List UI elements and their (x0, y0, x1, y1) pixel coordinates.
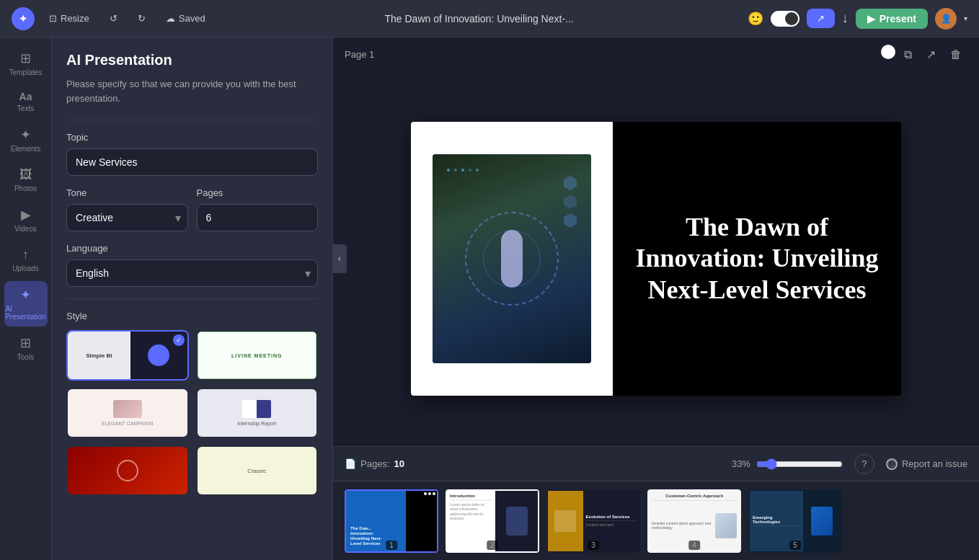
help-button[interactable]: ? (854, 454, 874, 474)
elements-icon: ✦ (20, 127, 31, 143)
pages-label: Pages: (360, 458, 389, 469)
language-select[interactable]: English Spanish French German (66, 259, 318, 287)
videos-label: Videos (14, 225, 36, 233)
redo-icon: ↻ (138, 13, 146, 24)
ai-icon: ✦ (20, 287, 31, 303)
delete-page-button[interactable]: 🗑 (944, 45, 967, 64)
slide-photo (433, 154, 591, 363)
tone-select-wrapper: Creative Professional Casual Formal (66, 204, 188, 231)
style-card-5[interactable] (66, 445, 189, 496)
tools-icon: ⊞ (20, 335, 31, 351)
duplicate-page-button[interactable]: ⧉ (898, 45, 918, 64)
thumbnail-2[interactable]: Introduction Lorem ipsum dolor sit amet … (446, 489, 539, 553)
sidebar-item-tools[interactable]: ⊞ Tools (4, 329, 48, 367)
color-swatch[interactable] (881, 45, 895, 59)
language-label: Language (66, 243, 318, 254)
slide-preview: The Dawn of Innovation: Unveiling Next-L… (411, 122, 901, 396)
share-icon: ↗ (817, 13, 825, 24)
resize-icon: ⊡ (49, 13, 57, 24)
thumbnail-5[interactable]: Emerging Technologies 5 (748, 489, 842, 553)
topic-input[interactable] (66, 148, 318, 176)
photos-label: Photos (14, 185, 37, 192)
topbar-actions: 🙂 ↗ ↓ ▶ Present 👤 ▾ (748, 8, 967, 30)
thumb-3-num: 3 (588, 541, 599, 550)
canvas-section: Page 1 ⧉ ↗ 🗑 ‹ (333, 37, 979, 560)
thumb-1-menu[interactable] (424, 492, 435, 495)
canvas-area: Page 1 ⧉ ↗ 🗑 ‹ (333, 37, 979, 446)
export-page-button[interactable]: ↗ (921, 45, 942, 64)
style-card-livine-meeting[interactable]: LIVINE MEETING (196, 330, 319, 381)
style-label: Style (66, 311, 318, 321)
document-title: The Dawn of Innovation: Unveiling Next-.… (220, 13, 739, 25)
thumb-5-num: 5 (789, 541, 801, 550)
tone-pages-row: Tone Creative Professional Casual Formal… (66, 187, 318, 231)
tone-select[interactable]: Creative Professional Casual Formal (66, 204, 188, 231)
divider-2 (66, 298, 318, 299)
icon-nav: ⊞ Templates Aa Texts ✦ Elements 🖼 Photos… (0, 37, 52, 560)
user-avatar[interactable]: 👤 (935, 8, 957, 30)
tone-col: Tone Creative Professional Casual Formal (66, 187, 188, 231)
page-icon: 📄 (345, 458, 356, 469)
zoom-slider[interactable] (756, 458, 843, 470)
present-icon: ▶ (867, 13, 875, 25)
thumb-4-num: 4 (688, 541, 700, 550)
saved-button[interactable]: ☁ Saved (160, 10, 211, 27)
thumbnail-1[interactable]: The Daw...Innovation:Unveiling Next-Leve… (345, 489, 438, 553)
present-button[interactable]: ▶ Present (856, 9, 928, 29)
style-card-internship-report[interactable]: Internship Report (196, 388, 319, 438)
saved-label: Saved (179, 13, 205, 24)
collapse-panel-button[interactable]: ‹ (333, 244, 347, 273)
selected-check-icon: ✓ (173, 334, 185, 346)
style-card-simple-bl[interactable]: Simple Bl ✓ (66, 330, 189, 381)
avatar-chevron-icon: ▾ (964, 14, 967, 22)
slide-title: The Dawn of Innovation: Unveiling Next-L… (634, 212, 880, 306)
present-label: Present (880, 13, 916, 25)
redo-button[interactable]: ↻ (132, 10, 151, 27)
texts-label: Texts (17, 105, 34, 112)
zoom-controls: 33% (732, 458, 843, 470)
thumbnail-4[interactable]: Customer-Centric Approach Detailed conte… (647, 489, 741, 553)
pages-input[interactable] (197, 204, 319, 231)
share-button[interactable]: ↗ (807, 9, 835, 28)
canvas-header: Page 1 ⧉ ↗ 🗑 (333, 37, 979, 71)
photos-icon: 🖼 (19, 167, 32, 182)
report-button[interactable]: ⓘ Report an issue (886, 458, 967, 470)
sidebar-item-photos[interactable]: 🖼 Photos (4, 161, 48, 198)
ai-label: AI Presentation (5, 305, 45, 321)
style-card-6[interactable]: Classic (196, 445, 319, 496)
emoji-button[interactable]: 🙂 (748, 11, 763, 27)
sidebar-item-ai[interactable]: ✦ AI Presentation (4, 281, 48, 326)
zoom-percent: 33% (732, 458, 750, 469)
sidebar-item-texts[interactable]: Aa Texts (4, 85, 48, 118)
style-card-elegant-campaign[interactable]: ELEGANT CAMPAIGN (66, 388, 189, 438)
pages-col: Pages (197, 187, 319, 231)
report-label: Report an issue (902, 458, 967, 469)
tools-label: Tools (17, 353, 34, 361)
thumb-2-num: 2 (487, 541, 498, 550)
canvas-controls: ⧉ ↗ 🗑 (881, 45, 967, 64)
thumbnail-3[interactable]: Evolution of Services Content text here … (546, 489, 640, 553)
report-icon: ⓘ (886, 458, 898, 470)
ai-panel: AI Presentation Please specify so that w… (52, 37, 333, 560)
photo-overlay (433, 154, 591, 363)
slide-right-panel: The Dawn of Innovation: Unveiling Next-L… (613, 122, 901, 396)
theme-toggle[interactable] (771, 11, 799, 27)
templates-icon: ⊞ (20, 50, 31, 66)
thumbnail-strip: The Daw...Innovation:Unveiling Next-Leve… (333, 481, 979, 560)
panel-title: AI Presentation (66, 52, 318, 68)
tone-label: Tone (66, 187, 188, 198)
undo-icon: ↺ (110, 13, 118, 24)
sidebar-item-uploads[interactable]: ↑ Uploads (4, 241, 48, 278)
undo-button[interactable]: ↺ (104, 10, 123, 27)
language-select-wrapper: English Spanish French German (66, 259, 318, 287)
uploads-label: Uploads (12, 265, 39, 272)
page-label: Page 1 (345, 49, 374, 60)
slide-left-panel (411, 122, 613, 396)
sidebar-item-videos[interactable]: ▶ Videos (4, 201, 48, 239)
sidebar-item-elements[interactable]: ✦ Elements (4, 121, 48, 159)
sidebar-item-templates[interactable]: ⊞ Templates (4, 45, 48, 82)
topic-label: Topic (66, 132, 318, 143)
download-button[interactable]: ↓ (842, 11, 849, 26)
bottom-bar: 📄 Pages: 10 33% ? ⓘ Report an issue (333, 446, 979, 481)
resize-button[interactable]: ⊡ Resize (43, 10, 95, 27)
